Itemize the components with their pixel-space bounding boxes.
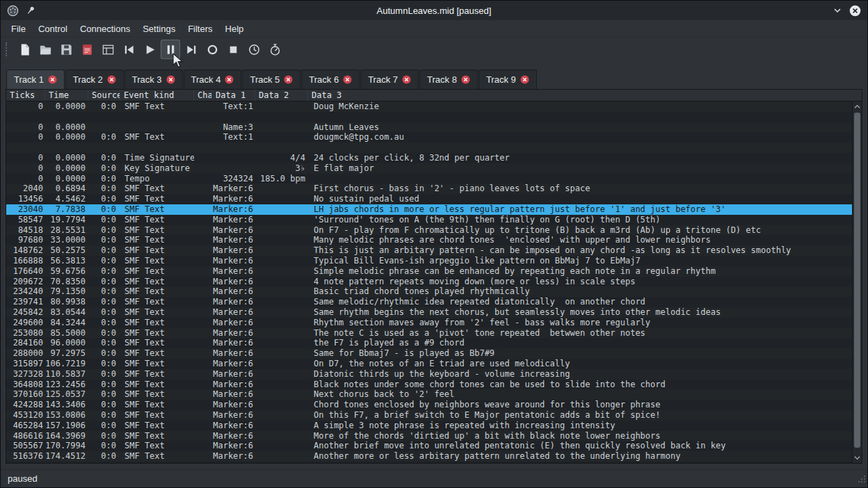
tab-track-1[interactable]: Track 1 — [6, 70, 65, 89]
event-row[interactable]: 00.00000:0Key Signature3♭E flat major — [6, 163, 852, 174]
toolbar-drag-handle[interactable] — [6, 42, 10, 56]
event-row[interactable]: 370160125.05370:0SMF TextMarker:6Next ch… — [6, 389, 852, 400]
event-row[interactable]: 505567170.79940:0SMF TextMarker:6Another… — [6, 441, 852, 451]
tab-track-6[interactable]: Track 6 — [301, 70, 360, 89]
event-cell: Marker:6 — [212, 389, 255, 400]
event-row[interactable]: 28416096.00000:0SMF TextMarker:6the F7 i… — [6, 338, 852, 348]
tab-track-2[interactable]: Track 2 — [65, 70, 124, 89]
tab-track-9[interactable]: Track 9 — [479, 70, 537, 89]
tab-track-3[interactable]: Track 3 — [124, 70, 183, 89]
tab-close-icon[interactable] — [402, 75, 411, 84]
event-row[interactable]: 465284157.19060:0SMF TextMarker:6A simpl… — [6, 421, 852, 431]
event-cell: 0.0000 — [45, 163, 88, 174]
event-row[interactable]: 28800097.29750:0SMF TextMarker:6Same for… — [6, 348, 852, 359]
event-row[interactable]: 00.00000:0Time Signature4/424 clocks per… — [6, 153, 852, 163]
tab-close-icon[interactable] — [343, 75, 352, 84]
tab-close-icon[interactable] — [48, 75, 57, 84]
event-list-button[interactable] — [98, 40, 118, 59]
menu-file[interactable]: File — [5, 22, 32, 36]
column-header-data-3[interactable]: Data 3 — [308, 90, 862, 101]
pin-icon[interactable] — [25, 5, 36, 16]
menu-settings[interactable]: Settings — [136, 22, 182, 36]
column-header-data-2[interactable]: Data 2 — [255, 90, 308, 101]
new-file-button[interactable] — [15, 40, 34, 59]
event-row[interactable]: 24960084.32440:0SMF TextMarker:6Rhythm s… — [6, 318, 852, 328]
event-row[interactable]: 134564.54620:0SMF TextMarker:6No sustain… — [6, 194, 852, 204]
column-header-data-1[interactable]: Data 1 — [212, 90, 255, 101]
scroll-down-icon[interactable] — [853, 453, 862, 462]
tab-track-4[interactable]: Track 4 — [184, 70, 242, 89]
event-cell — [255, 286, 308, 297]
event-row[interactable]: 8451828.55310:0SMF TextMarker:6On F7 - p… — [6, 225, 852, 236]
record-button[interactable] — [202, 40, 222, 59]
event-row[interactable]: 00.00000:0SMF TextText:1dougmck@tpg.com.… — [6, 132, 852, 143]
track-tab-strip: Track 1Track 2Track 3Track 4Track 5Track… — [6, 69, 862, 89]
event-row[interactable]: 315897106.72190:0SMF TextMarker:6On D7, … — [6, 359, 852, 369]
timer-button[interactable] — [244, 40, 264, 59]
event-row[interactable]: 424288143.34060:0SMF TextMarker:6Chord t… — [6, 400, 852, 410]
event-row[interactable] — [6, 112, 852, 122]
event-row[interactable]: 230407.78380:0SMF TextMarker:6LH jabs ch… — [6, 204, 852, 215]
event-row[interactable]: 364808123.24560:0SMF TextMarker:6Black n… — [6, 380, 852, 390]
chevron-down-icon[interactable] — [833, 6, 842, 15]
event-cell: the F7 is played as a #9 chord — [308, 338, 852, 348]
column-header-source[interactable]: Source — [88, 90, 120, 101]
skip-backward-button[interactable] — [119, 40, 138, 59]
column-header-ticks[interactable]: Ticks — [6, 90, 45, 101]
event-row[interactable]: 20400.68940:0SMF TextMarker:6First choru… — [6, 184, 852, 194]
record-view-button[interactable] — [77, 40, 97, 59]
event-row[interactable]: 00.0000Name:3Autumn Leaves — [6, 122, 852, 133]
event-row[interactable]: 24584283.05440:0SMF TextMarker:6Same rhy… — [6, 307, 852, 318]
event-row[interactable]: 23424079.13500:0SMF TextMarker:6Basic tr… — [6, 286, 852, 297]
event-cell: Rhythm section maves away from '2' feel … — [308, 318, 852, 328]
tab-close-icon[interactable] — [166, 75, 175, 84]
tab-track-7[interactable]: Track 7 — [360, 70, 419, 89]
event-cell — [194, 431, 212, 441]
stop-button[interactable] — [223, 40, 243, 59]
column-header-time[interactable]: Time — [45, 90, 88, 101]
event-row[interactable]: 20967270.83500:0SMF TextMarker:64 note p… — [6, 277, 852, 287]
tab-close-icon[interactable] — [225, 75, 234, 84]
tab-close-icon[interactable] — [461, 75, 470, 84]
tab-track-8[interactable]: Track 8 — [419, 70, 478, 89]
stopwatch-button[interactable] — [265, 40, 284, 59]
pause-button[interactable] — [161, 40, 180, 59]
event-row[interactable]: 453120153.08060:0SMF TextMarker:6On this… — [6, 410, 852, 421]
event-row[interactable]: 00.00000:0SMF TextText:1Doug McKenzie — [6, 101, 852, 112]
save-file-button[interactable] — [56, 40, 76, 59]
menu-connections[interactable]: Connections — [74, 22, 136, 36]
menu-control[interactable]: Control — [32, 22, 74, 36]
event-row[interactable]: 16688856.38130:0SMF TextMarker:6Typical … — [6, 256, 852, 266]
event-row[interactable]: 9768033.00000:0SMF TextMarker:6Many melo… — [6, 235, 852, 245]
event-row[interactable]: 00.00000:0Tempo324324185.0 bpm — [6, 174, 852, 184]
tab-close-icon[interactable] — [284, 75, 293, 84]
scroll-up-icon[interactable] — [853, 102, 862, 111]
column-header-event-kind[interactable]: Event kind — [120, 90, 194, 101]
event-row[interactable]: 14876250.25750:0SMF TextMarker:6This is … — [6, 245, 852, 256]
tab-close-icon[interactable] — [107, 75, 116, 84]
open-file-button[interactable] — [35, 40, 55, 59]
event-row[interactable]: 23974180.99380:0SMF TextMarker:6Same mel… — [6, 297, 852, 307]
event-cell: Marker:6 — [212, 451, 255, 462]
menu-filters[interactable]: Filters — [182, 22, 218, 36]
event-cell: Same for Bbmaj7 - is played as Bb7#9 — [308, 348, 852, 359]
tab-track-5[interactable]: Track 5 — [242, 70, 300, 89]
skip-forward-icon — [184, 42, 199, 57]
menu-help[interactable]: Help — [219, 22, 250, 36]
play-button[interactable] — [140, 40, 159, 59]
event-row[interactable]: 17664059.67560:0SMF TextMarker:6Simple m… — [6, 266, 852, 277]
event-row[interactable]: 327328110.58370:0SMF TextMarker:6Diatoni… — [6, 369, 852, 380]
skip-forward-button[interactable] — [182, 40, 201, 59]
close-icon[interactable] — [849, 5, 861, 17]
resize-grip-icon[interactable] — [858, 473, 866, 486]
scrollbar-thumb[interactable] — [854, 113, 860, 448]
event-row[interactable]: 25308085.50000:0SMF TextMarker:6The note… — [6, 328, 852, 339]
tab-close-icon[interactable] — [520, 75, 529, 84]
vertical-scrollbar[interactable] — [852, 101, 862, 463]
column-header-chan[interactable]: Chan — [194, 90, 212, 101]
event-row[interactable]: 516376174.45120:0SMF TextMarker:6Another… — [6, 451, 852, 462]
event-row[interactable]: 5854719.77940:0SMF TextMarker:6'Surround… — [6, 215, 852, 225]
event-row[interactable]: 486616164.39690:0SMF TextMarker:6More of… — [6, 431, 852, 441]
event-cell: Marker:6 — [212, 277, 255, 287]
event-row[interactable] — [6, 143, 852, 153]
